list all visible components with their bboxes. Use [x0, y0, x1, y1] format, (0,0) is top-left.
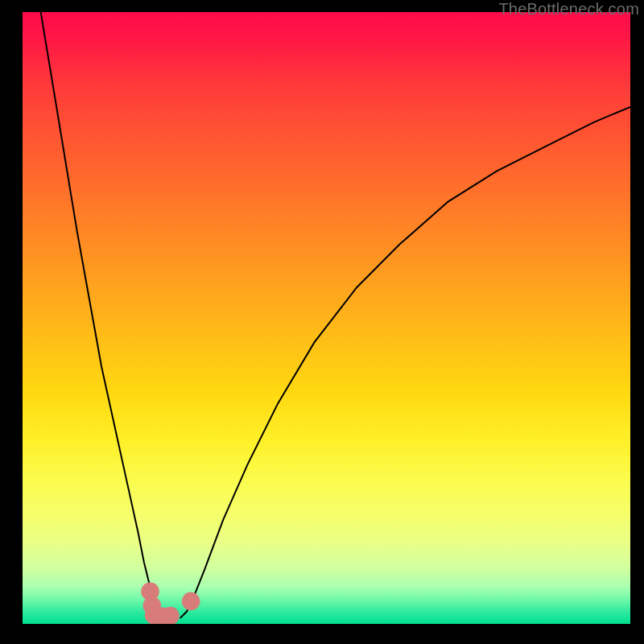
watermark-text: TheBottleneck.com — [0, 0, 639, 19]
marker-layer — [141, 582, 200, 624]
chart-svg — [23, 12, 630, 624]
curve-layer — [41, 12, 630, 617]
curve-right-curve — [180, 107, 630, 618]
curve-left-curve — [41, 12, 166, 617]
chart-frame — [23, 12, 630, 624]
marker-dot-right — [182, 592, 200, 611]
